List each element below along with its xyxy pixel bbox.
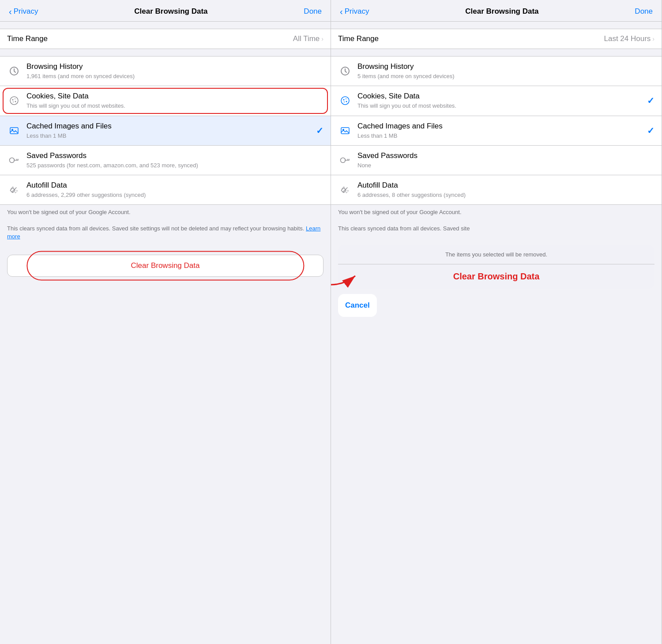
left-cached-images-checkmark: ✓ bbox=[316, 125, 323, 136]
svg-point-12 bbox=[343, 99, 345, 101]
right-key-icon bbox=[338, 153, 352, 167]
left-footer: You won't be signed out of your Google A… bbox=[0, 205, 331, 248]
right-wand-icon bbox=[338, 183, 352, 197]
left-autofill-text: Autofill Data 6 addresses, 2,299 other s… bbox=[26, 181, 323, 199]
right-autofill-row[interactable]: Autofill Data 6 addresses, 8 other sugge… bbox=[331, 175, 662, 204]
left-chevron-icon: ‹ bbox=[9, 7, 12, 16]
right-time-range-chevron-icon: › bbox=[652, 35, 654, 42]
right-back-label: Privacy bbox=[345, 7, 369, 16]
left-time-range-chevron-icon: › bbox=[321, 35, 323, 42]
left-cookies-subtitle: This will sign you out of most websites. bbox=[26, 102, 323, 110]
left-time-range-label: Time Range bbox=[7, 34, 48, 43]
left-time-range-value: All Time › bbox=[293, 34, 323, 43]
right-cached-images-checkmark: ✓ bbox=[647, 125, 654, 136]
left-saved-passwords-row[interactable]: Saved Passwords 525 passwords (for nest.… bbox=[0, 146, 331, 175]
right-saved-passwords-title: Saved Passwords bbox=[357, 151, 654, 161]
right-image-icon bbox=[338, 124, 352, 138]
right-action-area: The items you selected will be removed. … bbox=[331, 245, 662, 324]
right-cookies-row[interactable]: Cookies, Site Data This will sign you ou… bbox=[331, 86, 662, 116]
right-saved-passwords-subtitle: None bbox=[357, 162, 654, 169]
right-saved-passwords-text: Saved Passwords None bbox=[357, 151, 654, 169]
right-cached-images-text: Cached Images and Files Less than 1 MB bbox=[357, 121, 643, 140]
left-wand-icon bbox=[7, 183, 21, 197]
right-cookies-subtitle: This will sign you out of most websites. bbox=[357, 102, 643, 110]
right-footer-text2: This clears synced data from all devices… bbox=[338, 225, 654, 233]
left-browsing-history-title: Browsing History bbox=[26, 62, 323, 72]
right-browsing-history-title: Browsing History bbox=[357, 62, 654, 72]
right-cookie-icon bbox=[338, 94, 352, 108]
right-clear-button[interactable]: Clear Browsing Data bbox=[338, 264, 654, 289]
right-action-sheet: The items you selected will be removed. … bbox=[338, 245, 654, 289]
left-saved-passwords-text: Saved Passwords 525 passwords (for nest.… bbox=[26, 151, 323, 169]
left-cookies-title: Cookies, Site Data bbox=[26, 91, 323, 101]
left-browsing-history-subtitle: 1,961 items (and more on synced devices) bbox=[26, 72, 323, 80]
right-saved-passwords-row[interactable]: Saved Passwords None bbox=[331, 146, 662, 175]
right-autofill-text: Autofill Data 6 addresses, 8 other sugge… bbox=[357, 181, 654, 199]
right-browsing-history-row[interactable]: Browsing History 5 items (and more on sy… bbox=[331, 56, 662, 86]
svg-point-5 bbox=[13, 102, 14, 102]
right-cookies-text: Cookies, Site Data This will sign you ou… bbox=[357, 91, 643, 110]
right-items-section: Browsing History 5 items (and more on sy… bbox=[331, 56, 662, 205]
right-action-message: The items you selected will be removed. bbox=[338, 245, 654, 264]
left-cookie-icon bbox=[7, 94, 21, 108]
left-browsing-history-row[interactable]: Browsing History 1,961 items (and more o… bbox=[0, 56, 331, 86]
left-cached-images-text: Cached Images and Files Less than 1 MB bbox=[26, 121, 312, 140]
left-page-title: Clear Browsing Data bbox=[134, 7, 207, 16]
right-browsing-history-text: Browsing History 5 items (and more on sy… bbox=[357, 62, 654, 80]
right-cookies-checkmark: ✓ bbox=[647, 95, 654, 106]
svg-point-13 bbox=[346, 98, 346, 99]
left-footer-text2: This clears synced data from all devices… bbox=[7, 225, 323, 241]
right-autofill-subtitle: 6 addresses, 8 other suggestions (synced… bbox=[357, 191, 654, 199]
left-autofill-row[interactable]: Autofill Data 6 addresses, 2,299 other s… bbox=[0, 175, 331, 204]
left-footer-text1: You won't be signed out of your Google A… bbox=[7, 208, 323, 216]
right-cached-images-row[interactable]: Cached Images and Files Less than 1 MB ✓ bbox=[331, 116, 662, 146]
right-done-button[interactable]: Done bbox=[635, 7, 653, 16]
right-cached-images-title: Cached Images and Files bbox=[357, 121, 643, 131]
left-image-icon bbox=[7, 124, 21, 138]
left-cached-images-row[interactable]: Cached Images and Files Less than 1 MB ✓ bbox=[0, 116, 331, 146]
right-back-button[interactable]: ‹ Privacy bbox=[340, 7, 369, 16]
svg-rect-6 bbox=[10, 128, 18, 134]
left-content: Time Range All Time › Browsing History 1… bbox=[0, 22, 331, 644]
right-cached-images-subtitle: Less than 1 MB bbox=[357, 132, 643, 140]
left-cached-images-subtitle: Less than 1 MB bbox=[26, 132, 312, 140]
right-cancel-button[interactable]: Cancel bbox=[338, 294, 377, 317]
left-back-label: Privacy bbox=[14, 7, 38, 16]
svg-point-11 bbox=[341, 97, 349, 105]
svg-point-2 bbox=[12, 99, 14, 101]
svg-point-4 bbox=[15, 101, 16, 102]
right-content: Time Range Last 24 Hours › Browsing Hist… bbox=[331, 22, 662, 644]
right-time-range-label: Time Range bbox=[338, 34, 379, 43]
svg-point-15 bbox=[344, 102, 345, 102]
left-clear-button[interactable]: Clear Browsing Data bbox=[7, 255, 323, 277]
left-clear-btn-container: Clear Browsing Data bbox=[0, 248, 331, 284]
left-items-section: Browsing History 1,961 items (and more o… bbox=[0, 56, 331, 205]
left-cookies-row[interactable]: Cookies, Site Data This will sign you ou… bbox=[0, 86, 331, 116]
left-header: ‹ Privacy Clear Browsing Data Done bbox=[0, 0, 331, 22]
right-clock-icon bbox=[338, 64, 352, 78]
left-cached-images-title: Cached Images and Files bbox=[26, 121, 312, 131]
left-clock-icon bbox=[7, 64, 21, 78]
left-saved-passwords-subtitle: 525 passwords (for nest.com, amazon.com,… bbox=[26, 162, 323, 169]
right-header: ‹ Privacy Clear Browsing Data Done bbox=[331, 0, 662, 22]
right-chevron-icon: ‹ bbox=[340, 7, 343, 16]
right-footer-text1: You won't be signed out of your Google A… bbox=[338, 208, 654, 216]
right-time-range-row[interactable]: Time Range Last 24 Hours › bbox=[331, 29, 662, 49]
right-autofill-title: Autofill Data bbox=[357, 181, 654, 190]
svg-rect-16 bbox=[341, 128, 349, 134]
right-footer: You won't be signed out of your Google A… bbox=[331, 205, 662, 240]
left-browsing-history-text: Browsing History 1,961 items (and more o… bbox=[26, 62, 323, 80]
left-autofill-subtitle: 6 addresses, 2,299 other suggestions (sy… bbox=[26, 191, 323, 199]
right-arrow-decoration bbox=[331, 267, 362, 291]
left-cookies-text: Cookies, Site Data This will sign you ou… bbox=[26, 91, 323, 110]
svg-point-3 bbox=[15, 98, 15, 99]
left-done-button[interactable]: Done bbox=[304, 7, 322, 16]
left-time-range-row[interactable]: Time Range All Time › bbox=[0, 29, 331, 49]
svg-point-1 bbox=[10, 97, 18, 105]
svg-point-14 bbox=[346, 101, 347, 102]
right-time-range-value: Last 24 Hours › bbox=[604, 34, 654, 43]
left-back-button[interactable]: ‹ Privacy bbox=[9, 7, 38, 16]
right-cookies-title: Cookies, Site Data bbox=[357, 91, 643, 101]
left-autofill-title: Autofill Data bbox=[26, 181, 323, 190]
left-saved-passwords-title: Saved Passwords bbox=[26, 151, 323, 161]
